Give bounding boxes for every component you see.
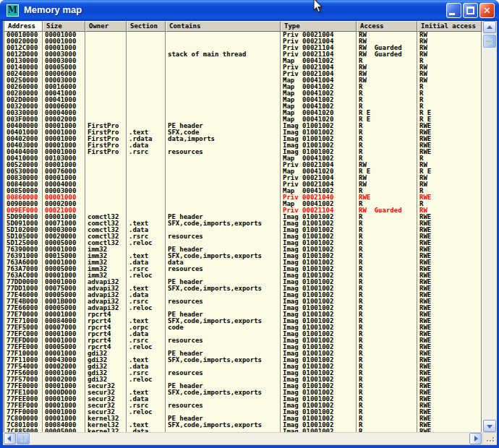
table-row[interactable]: 77FE000000001000secur32PE headerImag 010… [4,383,482,389]
table-row[interactable]: 0013000000003000Map 00041002RR [4,58,482,64]
cell-address: 77FE1000 [4,389,43,396]
vertical-scroll-thumb[interactable] [483,35,496,48]
column-header-section[interactable]: Section [127,21,166,32]
cell-address: 00404000 [4,149,43,155]
table-row[interactable]: 0083000000001000Priv 00021004RWRW [4,175,482,181]
scroll-down-button[interactable] [483,420,496,432]
table-row[interactable]: 77E7100000084000rpcrt4.textSFX,code,impo… [4,318,482,324]
cell-owner [85,110,127,116]
cell-contains [166,175,281,181]
table-row[interactable]: 77E4B0000001B000advapi32.rsrcresourcesIm… [4,298,482,305]
table-row[interactable]: 7639000000001000imm32PE headerImag 01001… [4,246,482,253]
cell-initial-access: RWE [417,259,482,266]
table-row[interactable]: 7C88500000005000kernel32.dataImag 010010… [4,428,482,432]
table-row[interactable]: 0040300000001000FirstPro.dataImag 010010… [4,142,482,149]
table-row[interactable]: 77E6600000005000advapi32.relocImag 01001… [4,305,482,311]
table-row[interactable]: 0012D00000003000stack of main threadPriv… [4,51,482,58]
table-row[interactable]: 0014000000005000Priv 00021004RWRW [4,64,482,71]
scroll-right-button[interactable] [469,433,482,444]
table-row[interactable]: 0032000000006000Map 00041002RR [4,103,482,110]
table-row[interactable]: 009EF00000021000Priv 00021104RW GuardedR… [4,207,482,214]
cell-owner: gdi32 [85,350,127,357]
table-row[interactable]: 77FEF00000001000secur32.rsrcresourcesIma… [4,402,482,409]
scroll-left-button[interactable] [4,433,16,444]
table-row[interactable]: 0002000000001000Priv 00021004RWRW [4,38,482,45]
column-header-owner[interactable]: Owner [85,21,127,32]
table-row[interactable]: 002D000000041000Map 00041002RR [4,97,482,103]
table-row[interactable]: 0053000000076000Map 00041020R ER E [4,168,482,175]
table-row[interactable]: 7C80100000084000kernel32.textSFX,code,im… [4,422,482,428]
table-row[interactable]: 0040200000001000FirstPro.rdatadata,impor… [4,136,482,142]
cell-access: R [357,383,417,389]
table-row[interactable]: 0040100000001000FirstPro.textSFX,codeIma… [4,129,482,136]
table-row[interactable]: 77EF500000007000rpcrt4.orpccodeImag 0100… [4,324,482,331]
table-row[interactable]: 0026000000016000Map 00041002RR [4,84,482,90]
table-row[interactable]: 003F000000002000Map 00041020R ER E [4,116,482,123]
table-row[interactable]: 0001000000001000Priv 00021004RWRW [4,32,482,38]
table-row[interactable]: 77EFC00000001000rpcrt4.dataImag 01001002… [4,331,482,337]
table-row[interactable]: 0028000000041000Map 00041002RR [4,90,482,97]
table-row[interactable]: 77E7000000001000rpcrt4PE headerImag 0100… [4,311,482,318]
table-row[interactable]: 0040000000001000FirstProPE headerImag 01… [4,123,482,129]
table-row[interactable]: 0024000000006000Priv 00021004RWRW [4,71,482,77]
column-header-type[interactable]: Type [281,21,357,32]
table-row[interactable]: 5D09000000001000comctl32PE headerImag 01… [4,214,482,220]
table-row[interactable]: 0033000000004000Map 00041020R ER E [4,110,482,116]
table-row[interactable]: 5D10500000020000comctl32.rsrcresourcesIm… [4,233,482,240]
table-row[interactable]: 77F5400000002000gdi32.dataImag 01001002R… [4,363,482,370]
title-bar[interactable]: M Memory map ✕ [0,0,499,21]
column-header-address[interactable]: Address [4,21,43,32]
table-row[interactable]: 0086000000001000Priv 00021040RWERWE [4,194,482,201]
table-row[interactable]: 77EFE00000005000rpcrt4.relocImag 0100100… [4,344,482,350]
table-row[interactable]: 77EFD00000001000rpcrt4.rsrcresourcesImag… [4,337,482,344]
table-row[interactable]: 77F1100000043000gdi32.textSFX,code,impor… [4,357,482,363]
table-row[interactable]: 763A600000001000imm32.datadataImag 01001… [4,259,482,266]
table-row[interactable]: 77F5600000001000gdi32.rsrcresourcesImag … [4,370,482,376]
vertical-scrollbar[interactable] [482,21,497,432]
column-header-access[interactable]: Access [357,21,417,32]
cell-size: 00001000 [43,331,85,337]
cell-initial-access: RW [417,71,482,77]
resize-grip[interactable] [483,433,497,444]
table-row[interactable]: 5D09100000071000comctl32.textSFX,code,im… [4,220,482,227]
horizontal-scroll-thumb[interactable] [17,433,30,444]
cell-owner [85,71,127,77]
scroll-up-button[interactable] [483,21,496,33]
table-row[interactable]: 77E4600000005000advapi32.dataImag 010010… [4,292,482,298]
table-row[interactable]: 7C80000000001000kernel32PE headerImag 01… [4,415,482,422]
table-row[interactable]: 77F1000000001000gdi32PE headerImag 01001… [4,350,482,357]
table-row[interactable]: 0040400000001000FirstPro.rsrcresourcesIm… [4,149,482,155]
table-row[interactable]: 77FEE00000001000secur32.dataImag 0100100… [4,396,482,402]
table-row[interactable]: 0052000000001000Priv 00021004RWRW [4,162,482,168]
table-row[interactable]: 77DD000000001000advapi32PE headerImag 01… [4,279,482,285]
maximize-icon [466,7,474,14]
cell-contains [166,376,281,383]
table-row[interactable]: 0025000000003000Map 00041004RWRW [4,77,482,84]
table-row[interactable]: 0084000000004000Priv 00021004RWRW [4,181,482,188]
cell-owner: FirstPro [85,142,127,149]
table-row[interactable]: 77DD100000075000advapi32.textSFX,code,im… [4,285,482,292]
cell-contains [166,38,281,45]
table-row[interactable]: 0012C00000001000Priv 00021104RW GuardedR… [4,45,482,51]
table-row[interactable]: 763A700000005000imm32.rsrcresourcesImag … [4,266,482,272]
table-row[interactable]: 77F5700000002000gdi32.relocImag 01001002… [4,376,482,383]
minimize-button[interactable] [446,3,461,18]
column-header-contains[interactable]: Contains [166,21,281,32]
cell-owner: comctl32 [85,227,127,233]
table-row[interactable]: 763AC00000001000imm32.relocImag 01001002… [4,272,482,279]
table-row[interactable]: 5D12500000005000comctl32.relocImag 01001… [4,240,482,246]
close-button[interactable]: ✕ [479,3,495,18]
cell-access: RW Guarded [357,45,417,51]
maximize-button[interactable] [463,3,478,18]
cell-section [127,51,166,58]
column-header-initial-access[interactable]: Initial access [417,21,482,32]
table-row[interactable]: 0041000000103000Map 00041002RR [4,155,482,162]
table-row[interactable]: 0090000000002000Map 00041002RR [4,201,482,207]
table-row[interactable]: 0085000000003000Map 00041002RR [4,188,482,194]
table-row[interactable]: 7639100000015000imm32.textSFX,code,impor… [4,253,482,259]
table-row[interactable]: 77FF000000001000secur32.relocImag 010010… [4,409,482,415]
table-row[interactable]: 77FE10000000D000secur32.textSFX,code,imp… [4,389,482,396]
table-row[interactable]: 5D10200000003000comctl32.dataImag 010010… [4,227,482,233]
column-header-size[interactable]: Size [43,21,85,32]
horizontal-scrollbar[interactable] [3,433,482,444]
